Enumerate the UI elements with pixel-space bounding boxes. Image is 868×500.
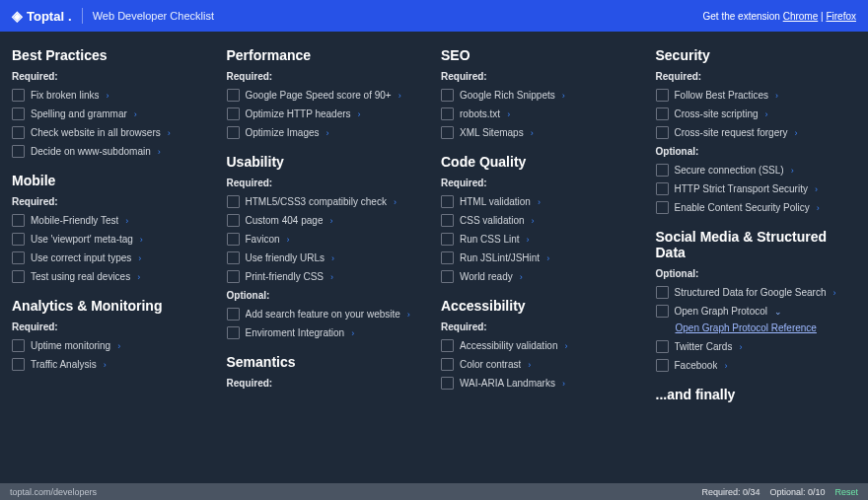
checklist-item[interactable]: Color contrast›	[441, 355, 642, 374]
checklist-item[interactable]: Add search feature on your website›	[227, 305, 428, 323]
chevron-right-icon[interactable]: ›	[125, 216, 128, 226]
reset-button[interactable]: Reset	[834, 487, 858, 497]
chevron-right-icon[interactable]: ›	[117, 341, 120, 351]
checkbox[interactable]	[227, 308, 240, 321]
chevron-right-icon[interactable]: ›	[134, 109, 137, 119]
checklist-item[interactable]: Cross-site scripting›	[656, 105, 857, 123]
chevron-right-icon[interactable]: ›	[791, 166, 794, 176]
checkbox[interactable]	[227, 214, 240, 227]
chevron-right-icon[interactable]: ›	[287, 235, 290, 245]
checklist-item[interactable]: Enviroment Integration›	[227, 323, 428, 342]
chevron-right-icon[interactable]: ›	[817, 203, 820, 213]
checklist-item[interactable]: Open Graph Protocol⌄	[656, 302, 857, 321]
checkbox[interactable]	[227, 89, 240, 102]
checklist-item[interactable]: Google Page Speed score of 90+›	[227, 86, 428, 105]
chevron-right-icon[interactable]: ›	[775, 91, 778, 101]
checkbox[interactable]	[441, 270, 454, 283]
firefox-link[interactable]: Firefox	[826, 11, 856, 22]
checkbox[interactable]	[441, 89, 454, 102]
checkbox[interactable]	[656, 89, 669, 102]
checklist-item[interactable]: World ready›	[441, 267, 642, 286]
checkbox[interactable]	[441, 339, 454, 352]
checkbox[interactable]	[227, 107, 240, 120]
chevron-right-icon[interactable]: ›	[358, 109, 361, 119]
checklist-item[interactable]: Fix broken links›	[12, 86, 213, 105]
chevron-right-icon[interactable]: ›	[104, 360, 107, 370]
checklist-item[interactable]: Check website in all browsers›	[12, 123, 213, 142]
checkbox[interactable]	[441, 107, 454, 120]
checkbox[interactable]	[12, 233, 25, 246]
chevron-right-icon[interactable]: ›	[562, 379, 565, 389]
checklist-item[interactable]: CSS validation›	[441, 211, 642, 230]
checkbox[interactable]	[227, 233, 240, 246]
chevron-right-icon[interactable]: ›	[520, 272, 523, 282]
checkbox[interactable]	[656, 107, 669, 120]
checklist-item[interactable]: HTML validation›	[441, 192, 642, 211]
checkbox[interactable]	[656, 126, 669, 139]
chevron-right-icon[interactable]: ›	[330, 272, 333, 282]
checkbox[interactable]	[12, 214, 25, 227]
chevron-right-icon[interactable]: ›	[531, 128, 534, 138]
checkbox[interactable]	[12, 251, 25, 264]
chrome-link[interactable]: Chrome	[783, 11, 819, 22]
checklist-item[interactable]: HTTP Strict Transport Security›	[656, 179, 857, 198]
checkbox[interactable]	[227, 251, 240, 264]
checklist-item[interactable]: Use 'viewport' meta-tag›	[12, 230, 213, 249]
chevron-right-icon[interactable]: ›	[739, 342, 742, 352]
checkbox[interactable]	[656, 182, 669, 195]
chevron-down-icon[interactable]: ⌄	[774, 307, 782, 317]
checklist-item[interactable]: Structured Data for Google Search›	[656, 283, 857, 302]
checklist-item[interactable]: Twitter Cards›	[656, 337, 857, 356]
checkbox[interactable]	[12, 270, 25, 283]
item-sublink[interactable]: Open Graph Protocol Reference	[656, 321, 857, 337]
checklist-item[interactable]: Follow Best Practices›	[656, 86, 857, 105]
checklist-item[interactable]: Uptime monitoring›	[12, 336, 213, 355]
checklist-item[interactable]: Mobile-Friendly Test›	[12, 211, 213, 230]
checklist-item[interactable]: Google Rich Snippets›	[441, 86, 642, 105]
checklist-item[interactable]: Run JSLint/JSHint›	[441, 249, 642, 267]
chevron-right-icon[interactable]: ›	[351, 328, 354, 338]
chevron-right-icon[interactable]: ›	[507, 109, 510, 119]
checklist-item[interactable]: robots.txt›	[441, 105, 642, 123]
checkbox[interactable]	[656, 164, 669, 177]
checklist-item[interactable]: Use friendly URLs›	[227, 249, 428, 267]
chevron-right-icon[interactable]: ›	[329, 216, 332, 226]
checklist-item[interactable]: Favicon›	[227, 230, 428, 249]
checklist-item[interactable]: Test using real devices›	[12, 267, 213, 286]
checkbox[interactable]	[656, 359, 669, 372]
checklist-item[interactable]: Decide on www-subdomain›	[12, 142, 213, 161]
chevron-right-icon[interactable]: ›	[562, 91, 565, 101]
logo[interactable]: ◈ Toptal.	[12, 8, 72, 24]
checkbox[interactable]	[12, 126, 25, 139]
checklist-item[interactable]: Optimize HTTP headers›	[227, 105, 428, 123]
checkbox[interactable]	[656, 201, 669, 214]
chevron-right-icon[interactable]: ›	[724, 361, 727, 371]
checklist-item[interactable]: Accessibility validation›	[441, 336, 642, 355]
chevron-right-icon[interactable]: ›	[815, 184, 818, 194]
chevron-right-icon[interactable]: ›	[765, 109, 768, 119]
checkbox[interactable]	[12, 107, 25, 120]
checkbox[interactable]	[227, 270, 240, 283]
checkbox[interactable]	[12, 89, 25, 102]
checkbox[interactable]	[656, 305, 669, 318]
chevron-right-icon[interactable]: ›	[546, 253, 549, 263]
chevron-right-icon[interactable]: ›	[565, 341, 568, 351]
chevron-right-icon[interactable]: ›	[407, 310, 410, 320]
checklist-item[interactable]: Spelling and grammar›	[12, 105, 213, 123]
checkbox[interactable]	[441, 377, 454, 390]
checkbox[interactable]	[227, 326, 240, 339]
checklist-item[interactable]: Custom 404 page›	[227, 211, 428, 230]
chevron-right-icon[interactable]: ›	[532, 216, 535, 226]
chevron-right-icon[interactable]: ›	[528, 360, 531, 370]
chevron-right-icon[interactable]: ›	[168, 128, 171, 138]
chevron-right-icon[interactable]: ›	[795, 128, 798, 138]
checkbox[interactable]	[656, 286, 669, 299]
checklist-item[interactable]: HTML5/CSS3 compatibily check›	[227, 192, 428, 211]
checklist-item[interactable]: Secure connection (SSL)›	[656, 161, 857, 179]
chevron-right-icon[interactable]: ›	[137, 272, 140, 282]
checklist-item[interactable]: Print-friendly CSS›	[227, 267, 428, 286]
chevron-right-icon[interactable]: ›	[140, 235, 143, 245]
checkbox[interactable]	[12, 358, 25, 371]
checklist-item[interactable]: Facebook›	[656, 356, 857, 375]
chevron-right-icon[interactable]: ›	[326, 128, 329, 138]
